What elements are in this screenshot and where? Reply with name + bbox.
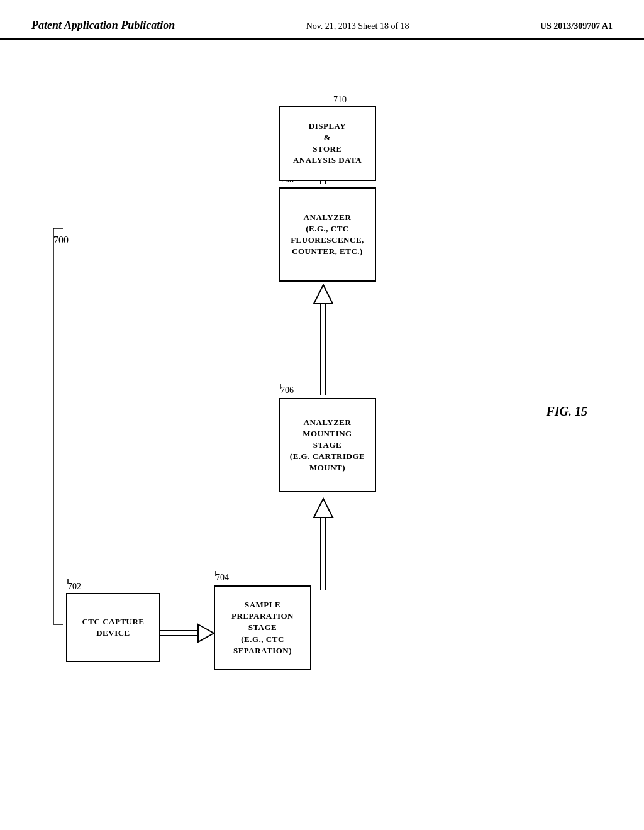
svg-marker-8 [314, 285, 333, 304]
box-706-text: ANALYZERMOUNTINGSTAGE(E.G. CARTRIDGEMOUN… [290, 417, 365, 474]
diagram-area: 700 CTC CAPTUREDEVICE 702 SAMPLEPREPARAT… [0, 40, 644, 819]
box-704: SAMPLEPREPARATIONSTAGE(E.G., CTCSEPARATI… [214, 585, 311, 670]
ref-706-tick [275, 384, 285, 393]
ref-710-tick [362, 93, 371, 109]
svg-marker-2 [198, 624, 214, 642]
box-708-text: ANALYZER(E.G., CTCFLUORESCENCE,COUNTER, … [291, 212, 364, 258]
box-706: ANALYZERMOUNTINGSTAGE(E.G. CARTRIDGEMOUN… [279, 398, 376, 492]
arrow-704-706 [310, 492, 341, 593]
box-710: DISPLAY&STOREANALYSIS DATA [279, 106, 376, 181]
ref-704-tick [211, 571, 220, 580]
box-704-text: SAMPLEPREPARATIONSTAGE(E.G., CTCSEPARATI… [231, 599, 294, 656]
page-header: Patent Application Publication Nov. 21, … [0, 0, 644, 40]
figure-label: FIG. 15 [546, 404, 587, 419]
ref-710: 710 [333, 95, 347, 105]
patent-number: US 2013/309707 A1 [540, 19, 613, 31]
arrow-706-708 [310, 279, 341, 404]
svg-marker-5 [314, 499, 333, 517]
ref-702-tick [63, 579, 72, 589]
bracket-700 [47, 222, 66, 631]
sheet-info: Nov. 21, 2013 Sheet 18 of 18 [306, 19, 409, 31]
box-708: ANALYZER(E.G., CTCFLUORESCENCE,COUNTER, … [279, 187, 376, 282]
box-702: CTC CAPTUREDEVICE [66, 593, 160, 662]
arrow-702-704 [160, 618, 217, 650]
box-710-text: DISPLAY&STOREANALYSIS DATA [293, 121, 362, 167]
box-702-text: CTC CAPTUREDEVICE [82, 616, 144, 639]
publication-title: Patent Application Publication [31, 19, 175, 32]
